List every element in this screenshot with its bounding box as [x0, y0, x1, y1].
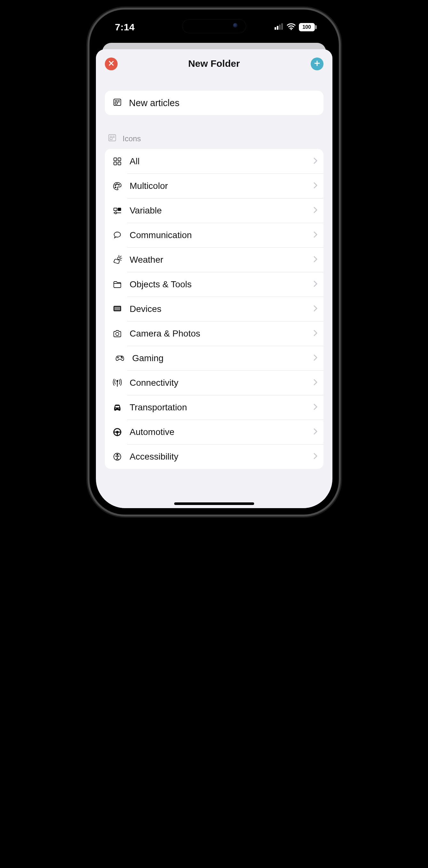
svg-rect-0 [275, 27, 276, 30]
category-label: Variable [130, 206, 306, 216]
phone-frame: 7:14 100 [90, 9, 339, 515]
svg-rect-13 [115, 102, 117, 104]
category-label: Communication [130, 230, 306, 240]
chevron-right-icon [313, 305, 318, 313]
svg-point-54 [117, 454, 118, 456]
svg-rect-3 [281, 23, 283, 30]
folder-name-input[interactable] [129, 98, 316, 108]
svg-point-49 [115, 408, 116, 409]
svg-rect-48 [115, 406, 119, 407]
category-row-automotive[interactable]: Automotive [105, 420, 324, 444]
chevron-right-icon [313, 280, 318, 288]
svg-point-30 [115, 212, 117, 214]
sheet-body[interactable]: Icons All Multicolor Variable Communicat… [96, 78, 332, 508]
svg-rect-19 [114, 158, 117, 161]
svg-line-35 [121, 260, 121, 260]
chevron-right-icon [313, 256, 318, 264]
antenna-icon [112, 378, 123, 388]
sheet-header: New Folder [96, 49, 332, 78]
sheet-backdrop: New Folder [96, 38, 332, 508]
category-row-weather[interactable]: Weather [105, 247, 324, 272]
plus-icon [314, 60, 320, 68]
car-icon [112, 403, 123, 412]
category-label: Camera & Photos [130, 329, 306, 339]
category-label: Transportation [130, 402, 306, 412]
svg-line-34 [121, 256, 121, 257]
category-row-connectivity[interactable]: Connectivity [105, 370, 324, 395]
close-icon [108, 60, 115, 68]
section-label: Icons [123, 134, 141, 143]
chevron-right-icon [313, 330, 318, 338]
battery-indicator: 100 [299, 23, 316, 31]
icon-category-list: All Multicolor Variable Communication We… [105, 149, 324, 469]
svg-rect-38 [115, 307, 120, 310]
status-bar: 7:14 100 [96, 16, 332, 38]
category-row-communication[interactable]: Communication [105, 223, 324, 247]
sheet-title: New Folder [188, 58, 240, 69]
svg-point-31 [118, 257, 120, 259]
home-indicator[interactable] [174, 502, 254, 505]
category-row-all[interactable]: All [105, 149, 324, 174]
accessibility-icon [112, 452, 123, 462]
chevron-right-icon [313, 182, 318, 190]
grid-icon [112, 157, 123, 166]
chevron-right-icon [313, 379, 318, 387]
battery-level: 100 [299, 23, 315, 31]
svg-rect-40 [115, 312, 119, 313]
svg-rect-22 [118, 162, 121, 165]
svg-rect-21 [114, 162, 117, 165]
category-label: Gaming [132, 353, 306, 363]
svg-point-47 [117, 380, 118, 381]
category-row-multicolor[interactable]: Multicolor [105, 174, 324, 198]
category-row-variable[interactable]: Variable [105, 198, 324, 223]
svg-point-4 [291, 29, 292, 30]
chevron-right-icon [313, 207, 318, 215]
category-label: Connectivity [130, 378, 306, 388]
chevron-right-icon [313, 231, 318, 239]
category-label: All [130, 156, 306, 166]
category-row-objects[interactable]: Objects & Tools [105, 272, 324, 297]
camera-dot [233, 23, 238, 28]
svg-rect-2 [279, 25, 281, 30]
gamepad-icon [115, 353, 125, 363]
display-icon [112, 304, 123, 314]
category-label: Weather [130, 255, 306, 265]
slider-icon [112, 206, 123, 215]
screen: 7:14 100 [96, 16, 332, 508]
status-time: 7:14 [115, 22, 135, 33]
category-label: Devices [130, 304, 306, 314]
icons-section-header: Icons [105, 115, 324, 149]
cellular-icon [275, 23, 283, 31]
chevron-right-icon [313, 453, 318, 461]
folder-name-row[interactable] [105, 91, 324, 115]
svg-rect-39 [116, 311, 118, 312]
weather-icon [112, 255, 123, 265]
svg-rect-20 [118, 158, 121, 161]
folder-icon [112, 280, 123, 289]
category-row-camera[interactable]: Camera & Photos [105, 321, 324, 346]
add-button[interactable] [311, 58, 324, 70]
category-label: Automotive [130, 427, 306, 437]
svg-point-24 [116, 183, 117, 184]
svg-rect-1 [277, 26, 278, 30]
category-row-devices[interactable]: Devices [105, 297, 324, 321]
new-folder-sheet: New Folder [96, 49, 332, 508]
svg-point-25 [118, 184, 119, 185]
category-label: Objects & Tools [130, 279, 306, 289]
svg-rect-18 [110, 137, 112, 140]
category-label: Accessibility [130, 452, 306, 462]
svg-point-44 [121, 356, 121, 357]
chevron-right-icon [313, 354, 318, 363]
speech-icon [112, 230, 123, 240]
svg-point-26 [115, 187, 116, 188]
newspaper-icon [108, 133, 117, 145]
category-row-transportation[interactable]: Transportation [105, 395, 324, 420]
svg-point-50 [118, 408, 119, 409]
category-row-gaming[interactable]: Gaming [105, 346, 324, 370]
svg-rect-27 [114, 208, 117, 211]
steering-icon [112, 427, 123, 437]
palette-icon [112, 181, 123, 191]
category-row-accessibility[interactable]: Accessibility [105, 444, 324, 469]
close-button[interactable] [105, 58, 118, 70]
chevron-right-icon [313, 428, 318, 436]
